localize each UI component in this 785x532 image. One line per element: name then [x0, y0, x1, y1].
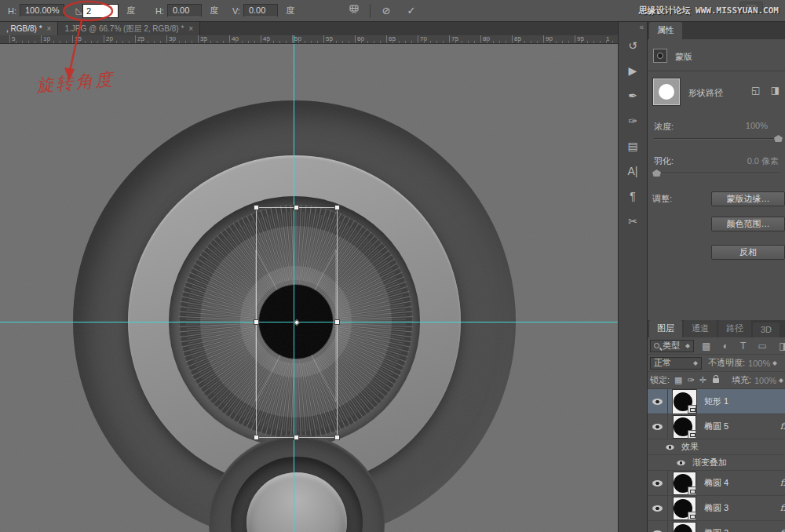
shape-path-icons[interactable]: ◱ ◨ — [751, 85, 783, 96]
expand-panels-icon[interactable]: « — [639, 23, 644, 31]
layer-name[interactable]: 矩形 1 — [704, 395, 728, 407]
blend-mode-value: 正常 — [654, 357, 671, 369]
feather-slider[interactable] — [654, 173, 780, 174]
h-skew-field[interactable]: 0.00 — [167, 4, 202, 17]
horizontal-ruler[interactable]: 5101520253035404550556065707580859095 1 — [0, 35, 618, 44]
density-label: 浓度: — [654, 121, 674, 133]
document-tab-2[interactable]: 1.JPG @ 66.7% (图层 2, RGB/8) * × — [58, 22, 200, 35]
transform-handle-bottom-right[interactable] — [334, 435, 340, 440]
fill-label: 填充: — [732, 374, 751, 386]
layer-fx-badge[interactable]: fx — [780, 503, 785, 513]
transform-reference-point[interactable] — [294, 319, 300, 326]
chevron-updown-icon — [779, 376, 783, 385]
tab-layers[interactable]: 图层 — [649, 320, 682, 337]
effects-label: 效果 — [681, 441, 699, 453]
layer-visibility-toggle[interactable] — [648, 496, 668, 520]
feather-value[interactable]: 0.0 像素 — [747, 155, 779, 167]
layer-name[interactable]: 椭圆 2 — [704, 527, 728, 532]
transform-handle-mid-left[interactable] — [254, 319, 259, 325]
lock-pixels-icon[interactable]: ✑ — [687, 375, 694, 385]
transform-handle-bottom-center[interactable] — [294, 435, 299, 440]
layer-thumbnail[interactable] — [673, 497, 696, 520]
layer-row-ellipse-4[interactable]: 椭圆 4 fx — [648, 471, 785, 496]
shape-layer-badge-icon — [688, 486, 696, 495]
layer-thumbnail[interactable] — [673, 472, 696, 495]
layer-name[interactable]: 椭圆 3 — [704, 502, 728, 514]
layer-row-ellipse-3[interactable]: 椭圆 3 fx — [648, 496, 785, 521]
history-panel-icon[interactable]: ↺ — [623, 35, 643, 56]
layer-name[interactable]: 椭圆 5 — [704, 421, 728, 432]
tool-presets-panel-icon[interactable]: ✒ — [623, 86, 643, 106]
layer-comps-panel-icon[interactable]: ▤ — [623, 136, 643, 156]
guide-tick — [294, 35, 294, 44]
layer-row-ellipse-2[interactable]: 椭圆 2 fx — [648, 521, 785, 532]
document-tab-1[interactable]: , RGB/8) * × — [0, 22, 58, 35]
opacity-value[interactable]: 100% — [748, 359, 770, 368]
lock-position-icon[interactable]: ✛ — [699, 375, 706, 385]
layer-visibility-toggle[interactable] — [648, 471, 668, 495]
tab-3d[interactable]: 3D — [753, 322, 780, 337]
canvas-area[interactable] — [0, 44, 618, 532]
transform-handle-top-center[interactable] — [294, 205, 299, 210]
tab-channels[interactable]: 通道 — [684, 320, 717, 337]
chevron-updown-icon — [772, 359, 777, 368]
layer-row-ellipse-5[interactable]: 椭圆 5 fx — [648, 414, 785, 439]
density-value[interactable]: 100% — [746, 121, 768, 130]
filter-kind-icons[interactable]: ▩ ◐ T ▭ ◨ — [702, 341, 785, 352]
close-icon[interactable]: × — [47, 24, 52, 33]
density-slider-thumb[interactable] — [774, 135, 783, 142]
layer-visibility-toggle[interactable] — [648, 521, 668, 532]
actions-panel-icon[interactable]: ▶ — [623, 60, 643, 81]
transform-handle-top-left[interactable] — [254, 205, 259, 210]
eye-icon[interactable] — [666, 444, 674, 449]
filter-type-dropdown[interactable]: 类型 — [650, 340, 694, 352]
lock-all-icon[interactable] — [713, 378, 719, 383]
document-tab-2-title: 1.JPG @ 66.7% (图层 2, RGB/8) * — [64, 24, 184, 35]
mask-edge-button[interactable]: 蒙版边缘… — [711, 191, 785, 206]
v-skew-label: V: — [232, 6, 240, 16]
rotate-angle-input[interactable]: 2 — [82, 4, 119, 18]
fill-value[interactable]: 100% — [754, 376, 776, 385]
lock-row: 锁定: ▦ ✑ ✛ 填充: 100% — [648, 372, 785, 389]
tools-panel-icon[interactable]: ✂ — [623, 211, 643, 231]
lock-transparency-icon[interactable]: ▦ — [674, 375, 682, 385]
transform-bounding-box[interactable] — [256, 207, 338, 438]
commit-transform-button[interactable]: ✓ — [402, 5, 421, 16]
character-panel-icon[interactable]: A| — [623, 161, 643, 181]
layer-visibility-toggle[interactable] — [648, 389, 668, 414]
layer-name[interactable]: 椭圆 4 — [704, 477, 728, 489]
layer-fx-badge[interactable]: fx — [780, 528, 785, 532]
layer-thumbnail[interactable] — [673, 522, 696, 532]
density-slider[interactable] — [654, 138, 780, 140]
options-divider — [370, 4, 371, 18]
mask-thumbnail[interactable] — [653, 49, 667, 63]
blend-mode-dropdown[interactable]: 正常 — [650, 357, 702, 370]
color-range-button[interactable]: 颜色范围… — [711, 217, 785, 231]
lock-label: 锁定: — [650, 374, 670, 386]
effects-row[interactable]: 效果 — [648, 439, 785, 455]
layer-thumbnail[interactable] — [673, 390, 696, 414]
close-icon[interactable]: × — [188, 24, 193, 33]
cancel-transform-button[interactable]: ⊘ — [377, 5, 396, 16]
invert-button[interactable]: 反相 — [711, 245, 785, 260]
tab-properties[interactable]: 属性 — [649, 22, 682, 39]
paragraph-panel-icon[interactable]: ¶ — [623, 186, 643, 206]
feather-slider-thumb[interactable] — [652, 169, 661, 177]
eye-icon[interactable] — [677, 460, 685, 465]
gradient-overlay-row[interactable]: 渐变叠加 — [648, 455, 785, 471]
layer-fx-badge[interactable]: fx — [780, 478, 785, 488]
tab-paths[interactable]: 路径 — [718, 320, 751, 337]
layer-thumbnail[interactable] — [673, 415, 696, 439]
layer-visibility-toggle[interactable] — [648, 414, 668, 439]
adjust-label: 调整: — [652, 193, 672, 205]
brush-presets-panel-icon[interactable]: ✑ — [623, 111, 643, 131]
shape-path-thumbnail[interactable] — [653, 78, 680, 105]
transform-handle-bottom-left[interactable] — [254, 435, 259, 440]
transform-handle-mid-right[interactable] — [334, 319, 340, 325]
transform-handle-top-right[interactable] — [334, 205, 340, 210]
transform-warp-switch-icon[interactable] — [345, 4, 363, 17]
layer-row-rect-1[interactable]: 矩形 1 — [648, 389, 785, 414]
height-scale-field[interactable]: 100.00% — [20, 4, 64, 17]
v-skew-field[interactable]: 0.00 — [243, 4, 278, 17]
layer-fx-badge[interactable]: fx — [780, 421, 785, 432]
